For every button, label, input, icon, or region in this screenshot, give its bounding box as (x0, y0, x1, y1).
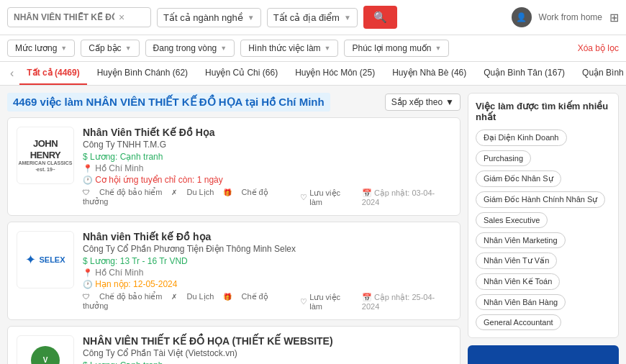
tab-cu-chi[interactable]: Huyện Củ Chi (66) (198, 62, 285, 85)
experience-filter-label: Đang trong vòng (153, 43, 217, 53)
industry-dropdown[interactable]: Tất cả ngành nghề ▼ (157, 8, 261, 27)
job-footer-2: Chế độ bảo hiểm Du Lịch Chế độ thưởng Lư… (83, 292, 451, 311)
clock-icon-1 (83, 175, 93, 185)
sort-button[interactable]: Sắp xếp theo ▼ (385, 94, 461, 111)
sort-arrow-icon: ▼ (445, 97, 454, 107)
left-panel: 4469 việc làm NHÂN VIÊN THIẾT KẾ ĐỒ HỌA … (7, 93, 461, 364)
tag-nhan-vien-marketing[interactable]: Nhân Viên Marketing (476, 232, 566, 248)
result-title: 4469 việc làm NHÂN VIÊN THIẾT KẾ ĐỒ HỌA … (7, 93, 330, 112)
salary-3: Lương: Cạnh tranh (83, 360, 451, 364)
location-arrow-icon: ▼ (344, 14, 351, 22)
job-card-2: ✦ SELEX Nhân viên Thiết kế Đồ họa Công T… (7, 222, 461, 320)
grid-icon[interactable]: ⊞ (609, 11, 619, 24)
filter-bar: Mức lương ▼ Cấp bậc ▼ Đang trong vòng ▼ … (0, 35, 626, 62)
tab-binh-thanh[interactable]: Quận Bình Thạnh (277) (575, 62, 626, 85)
deadline-1: Cơ hội ứng tuyển chỉ còn: 1 ngày (83, 175, 451, 185)
location-1: Hồ Chí Minh (83, 163, 451, 173)
tabs-prev-arrow[interactable]: ‹ (7, 64, 17, 83)
clear-search-icon[interactable]: × (119, 12, 124, 23)
shield-icon-2 (83, 292, 90, 301)
jobtype-filter[interactable]: Hình thức việc làm ▼ (240, 40, 338, 57)
tag-nhan-vien-ban-hang[interactable]: Nhân Viên Bán Hàng (476, 294, 566, 310)
location-dropdown[interactable]: Tất cả địa điểm ▼ (267, 8, 358, 27)
tag-giam-doc-hanh-chinh[interactable]: Giám Đốc Hành Chính Nhân Sự (476, 191, 605, 208)
clear-all-button[interactable]: Xóa bộ lọc (578, 43, 619, 53)
main-content: 4469 việc làm NHÂN VIÊN THIẾT KẾ ĐỒ HỌA … (0, 86, 626, 364)
job-title-2[interactable]: Nhân viên Thiết kế Đồ họa (83, 231, 451, 242)
selex-logo: ✦ SELEX (25, 252, 65, 268)
experience-arrow-icon: ▼ (220, 45, 227, 52)
save-btn-1[interactable]: Lưu việc làm (300, 188, 355, 206)
heart-icon-1 (300, 193, 307, 202)
jobtype-filter-label: Hình thức việc làm (248, 43, 320, 53)
top-bar-right: 👤 Work from home ⊞ (512, 7, 619, 27)
tag-purchasing[interactable]: Purchasing (476, 150, 531, 166)
salary-1: Lương: Cạnh tranh (83, 152, 451, 162)
calendar-icon-2 (362, 293, 372, 301)
benefits-filter-label: Phúc lợi mong muốn (352, 43, 431, 53)
shield-icon-1 (83, 188, 90, 196)
salary-2: Lương: 13 Tr - 16 Tr VND (83, 256, 451, 266)
job-footer-1: Chế độ bảo hiểm Du Lịch Chế độ thưởng Lư… (83, 188, 451, 206)
calendar-icon-1 (362, 188, 372, 197)
top-bar: × Tất cả ngành nghề ▼ Tất cả địa điểm ▼ … (0, 0, 626, 35)
work-from-home-label: Work from home (539, 12, 602, 22)
update-date-1: Cập nhật: 03-04-2024 (362, 188, 451, 206)
tag-sales-executive[interactable]: Sales Executive (476, 212, 548, 228)
popular-tags: Đại Diện Kinh Doanh Purchasing Giám Đốc … (476, 129, 611, 330)
tag-dai-dien-kinh-doanh[interactable]: Đại Diện Kinh Doanh (476, 129, 567, 146)
location-label: Tất cả địa điểm (273, 12, 340, 23)
tag-nhan-vien-tu-van[interactable]: Nhân Viên Tư Vấn (476, 252, 557, 269)
sort-label: Sắp xếp theo (391, 97, 443, 107)
industry-arrow-icon: ▼ (248, 14, 255, 22)
job-title-3[interactable]: NHÂN VIÊN THIẾT KẾ ĐỒ HỌA (THIẾT KẾ WEBS… (83, 335, 451, 347)
level-filter-label: Cấp bậc (89, 43, 121, 53)
job-title-1[interactable]: Nhân Viên Thiết Kế Đồ Họa (83, 127, 451, 138)
careerviet-banner: careerviet (468, 345, 619, 364)
xmark-1 (171, 188, 177, 196)
search-button[interactable]: 🔍 (363, 6, 397, 29)
tab-binh-chanh[interactable]: Huyện Bình Chánh (62) (90, 62, 195, 85)
company-name-2: Công Ty Cổ Phần Phương Tiện Điện Thông M… (83, 244, 451, 254)
save-btn-2[interactable]: Lưu việc làm (300, 293, 355, 311)
location-2: Hồ Chí Minh (83, 268, 451, 278)
jobtype-arrow-icon: ▼ (325, 45, 331, 52)
xmark-2 (171, 292, 177, 301)
benefits-arrow-icon: ▼ (435, 45, 442, 52)
tag-nhan-vien-ke-toan[interactable]: Nhân Viên Kế Toán (476, 273, 560, 290)
search-box[interactable]: × (7, 7, 151, 27)
level-filter[interactable]: Cấp bậc ▼ (81, 40, 139, 57)
tag-general-accountant[interactable]: General Accountant (476, 314, 561, 330)
tab-binh-tan[interactable]: Quận Bình Tân (167) (476, 62, 572, 85)
company-name-3: Công Ty Cổ Phần Tài Việt (Vietstock.vn) (83, 348, 451, 358)
tab-all[interactable]: Tất cả (4469) (19, 62, 86, 85)
salary-filter-label: Mức lương (15, 43, 57, 53)
john-henry-logo: JOHN HENRY AMERICAN CLASSICS ·est. 19·· (18, 138, 72, 173)
update-date-2: Cập nhật: 25-04-2024 (362, 293, 451, 311)
tag-giam-doc-nhan-su[interactable]: Giám Đốc Nhân Sự (476, 170, 561, 187)
tab-nha-be[interactable]: Huyện Nhà Bè (46) (385, 62, 473, 85)
benefits-filter[interactable]: Phúc lợi mong muốn ▼ (344, 40, 449, 57)
job-info-3: NHÂN VIÊN THIẾT KẾ ĐỒ HỌA (THIẾT KẾ WEBS… (83, 335, 451, 364)
result-header: 4469 việc làm NHÂN VIÊN THIẾT KẾ ĐỒ HỌA … (7, 93, 461, 112)
job-actions-2: Lưu việc làm Cập nhật: 25-04-2024 (300, 293, 451, 311)
heart-icon-2 (300, 297, 307, 306)
location-tabs: ‹ Tất cả (4469) Huyện Bình Chánh (62) Hu… (0, 62, 626, 86)
job-info-2: Nhân viên Thiết kế Đồ họa Công Ty Cổ Phầ… (83, 231, 451, 311)
experience-filter[interactable]: Đang trong vòng ▼ (145, 40, 235, 57)
deadline-2: Hạn nộp: 12-05-2024 (83, 279, 451, 289)
salary-filter[interactable]: Mức lương ▼ (7, 40, 75, 57)
avatar[interactable]: 👤 (512, 7, 532, 27)
pin-icon-2 (83, 268, 93, 278)
benefits-2: Chế độ bảo hiểm Du Lịch Chế độ thưởng (83, 292, 300, 311)
job-card-1: JOHN HENRY AMERICAN CLASSICS ·est. 19·· … (7, 117, 461, 216)
popular-jobs-title: Việc làm được tìm kiếm nhiều nhất (476, 101, 611, 122)
salary-arrow-icon: ▼ (60, 45, 67, 52)
search-input[interactable] (14, 12, 114, 22)
company-logo-3: V VIETSTOCK (17, 335, 74, 364)
vietstock-logo: V VIETSTOCK (29, 346, 62, 365)
company-logo-2: ✦ SELEX (17, 231, 74, 288)
gift-icon-2 (223, 292, 232, 301)
tab-hoc-mon[interactable]: Huyện Hóc Môn (25) (288, 62, 382, 85)
industry-label: Tất cả ngành nghề (163, 12, 243, 23)
